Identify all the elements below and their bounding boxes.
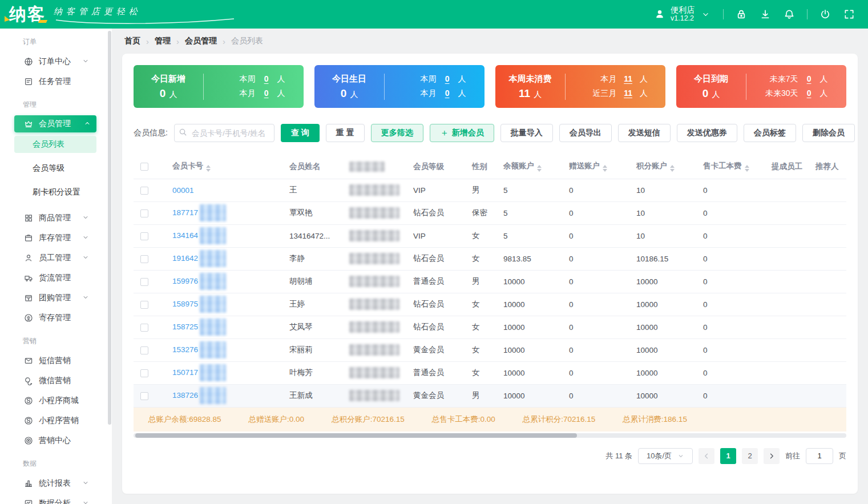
row-checkbox[interactable] xyxy=(140,232,148,240)
sidebar-item-data-analysis[interactable]: 数据分析 xyxy=(0,493,112,504)
batch-import-button[interactable]: 批量导入 xyxy=(500,124,553,142)
row-checkbox[interactable] xyxy=(140,324,148,332)
fullscreen-icon[interactable] xyxy=(843,8,855,21)
row-checkbox[interactable] xyxy=(140,301,148,309)
member-card-no-link[interactable]: 187717 xyxy=(172,208,198,217)
member-card-no-link[interactable]: 158725 xyxy=(172,322,198,331)
sort-icon[interactable] xyxy=(537,165,542,172)
search-button[interactable]: 查 询 xyxy=(281,124,320,142)
member-tag-button[interactable]: 会员标签 xyxy=(744,124,796,142)
member-card-no-link[interactable]: 00001 xyxy=(172,186,194,195)
row-checkbox[interactable] xyxy=(140,187,148,195)
sidebar-item-deposit-management[interactable]: 寄存管理 xyxy=(0,308,112,328)
member-search-input[interactable] xyxy=(174,124,274,142)
sidebar-item-statistics-report[interactable]: 统计报表 xyxy=(0,473,112,493)
sidebar-section-data: 数据 xyxy=(0,450,112,473)
member-card-no-link[interactable]: 134164 xyxy=(172,231,198,240)
sort-icon[interactable] xyxy=(670,165,675,172)
breadcrumb-member-management[interactable]: 会员管理 xyxy=(185,36,217,46)
sort-icon[interactable] xyxy=(206,165,211,172)
stat-sub-value[interactable]: 11 xyxy=(624,88,632,99)
sidebar-subitem-member-list[interactable]: 会员列表 xyxy=(14,136,96,153)
member-card-no-link[interactable]: 158975 xyxy=(172,300,198,308)
page-button-2[interactable]: 2 xyxy=(742,448,758,464)
stat-sub-value[interactable]: 0 xyxy=(263,74,270,84)
stat-sub-value[interactable]: 0 xyxy=(806,88,813,99)
reset-button[interactable]: 重 置 xyxy=(326,124,365,142)
add-member-button[interactable]: ＋ 新增会员 xyxy=(430,124,494,142)
stat-sub-value[interactable]: 0 xyxy=(263,88,270,99)
sort-icon[interactable] xyxy=(603,165,607,172)
sort-icon[interactable] xyxy=(745,165,749,172)
row-checkbox[interactable] xyxy=(140,255,148,263)
col-points[interactable]: 积分账户 xyxy=(629,155,696,179)
table-row: 191642 李静 钻石会员 女 9813.85 0 10186.15 0 xyxy=(134,247,846,270)
col-card-fee[interactable]: 售卡工本费 xyxy=(696,155,765,179)
redacted-card-no xyxy=(200,227,226,244)
member-card-no-link[interactable]: 159976 xyxy=(172,277,198,285)
sidebar-item-marketing-center[interactable]: 营销中心 xyxy=(0,430,112,450)
card-fee: 0 xyxy=(696,247,765,270)
scrollbar-thumb[interactable] xyxy=(135,433,577,438)
stat-sub-label: 未来7天 xyxy=(765,74,798,84)
col-gift[interactable]: 赠送账户 xyxy=(562,155,629,179)
sidebar-item-staff-management[interactable]: 员工管理 xyxy=(0,248,112,268)
row-checkbox[interactable] xyxy=(140,392,148,400)
sidebar-item-wechat-marketing[interactable]: 微信营销 xyxy=(0,370,112,390)
stat-sub-value[interactable]: 0 xyxy=(444,88,451,99)
member-card-no-link[interactable]: 150717 xyxy=(172,368,198,377)
redacted-card-no xyxy=(200,273,226,290)
balance-account: 10000 xyxy=(496,293,562,316)
row-checkbox[interactable] xyxy=(140,209,148,217)
points-account: 10 xyxy=(629,224,696,247)
member-card-no-link[interactable]: 191642 xyxy=(172,254,198,263)
member-export-button[interactable]: 会员导出 xyxy=(559,124,612,142)
more-filter-button[interactable]: 更多筛选 xyxy=(371,124,423,142)
row-checkbox[interactable] xyxy=(140,369,148,377)
stat-sub-value[interactable]: 0 xyxy=(806,74,813,84)
delete-member-button[interactable]: 删除会员 xyxy=(802,124,855,142)
stat-card-expire-today: 今日到期 0人 未来7天0人 未来30天0人 xyxy=(676,65,846,108)
select-all-checkbox[interactable] xyxy=(140,163,148,171)
account-menu[interactable]: 便利店 v1.12.2 xyxy=(653,6,712,23)
sidebar-item-inventory-management[interactable]: 库存管理 xyxy=(0,228,112,248)
sidebar-item-task-management[interactable]: 任务管理 xyxy=(0,71,112,91)
col-card-no[interactable]: 会员卡号 xyxy=(165,155,282,179)
sidebar-item-miniapp-mall[interactable]: 小程序商城 xyxy=(0,390,112,410)
sidebar-item-groupbuy-management[interactable]: 团购管理 xyxy=(0,288,112,308)
col-balance[interactable]: 余额账户 xyxy=(496,155,562,179)
breadcrumb-home[interactable]: 首页 xyxy=(124,36,140,46)
breadcrumb-management[interactable]: 管理 xyxy=(155,36,171,46)
sidebar-item-miniapp-marketing[interactable]: 小程序营销 xyxy=(0,410,112,430)
gift-account: 0 xyxy=(562,270,629,293)
prev-page-button[interactable] xyxy=(699,448,714,464)
member-card-no-link[interactable]: 153276 xyxy=(172,345,198,354)
send-sms-button[interactable]: 发送短信 xyxy=(618,124,671,142)
download-icon[interactable] xyxy=(759,8,772,21)
sidebar-item-order-center[interactable]: 订单中心 xyxy=(0,51,112,71)
member-name: 李静 xyxy=(282,247,342,270)
goto-page-input[interactable] xyxy=(806,448,833,464)
sidebar-item-sms-marketing[interactable]: 短信营销 xyxy=(0,350,112,370)
page-button-1[interactable]: 1 xyxy=(720,448,736,464)
row-checkbox[interactable] xyxy=(140,346,148,354)
referrer xyxy=(809,224,846,247)
page-size-select[interactable]: 10条/页 xyxy=(638,448,693,464)
sidebar-subitem-member-level[interactable]: 会员等级 xyxy=(14,160,96,177)
sidebar-item-goods-management[interactable]: 商品管理 xyxy=(0,208,112,228)
sidebar-scrollbar[interactable] xyxy=(108,31,111,425)
stat-sub-value[interactable]: 11 xyxy=(624,74,632,84)
horizontal-scrollbar[interactable] xyxy=(134,433,846,438)
lock-icon[interactable] xyxy=(735,8,748,21)
row-checkbox[interactable] xyxy=(140,278,148,286)
sidebar-subitem-card-points-settings[interactable]: 刷卡积分设置 xyxy=(14,184,96,201)
next-page-button[interactable] xyxy=(764,448,780,464)
stat-sub-value[interactable]: 0 xyxy=(444,74,451,84)
member-card-no-link[interactable]: 138726 xyxy=(172,391,198,400)
send-coupon-button[interactable]: 发送优惠券 xyxy=(677,124,737,142)
stat-sub-unit: 人 xyxy=(640,74,648,84)
sidebar-item-member-management[interactable]: 会员管理 xyxy=(14,115,96,132)
sidebar-item-logistics-management[interactable]: 货流管理 xyxy=(0,268,112,288)
bell-icon[interactable] xyxy=(783,8,796,21)
power-icon[interactable] xyxy=(819,8,831,21)
